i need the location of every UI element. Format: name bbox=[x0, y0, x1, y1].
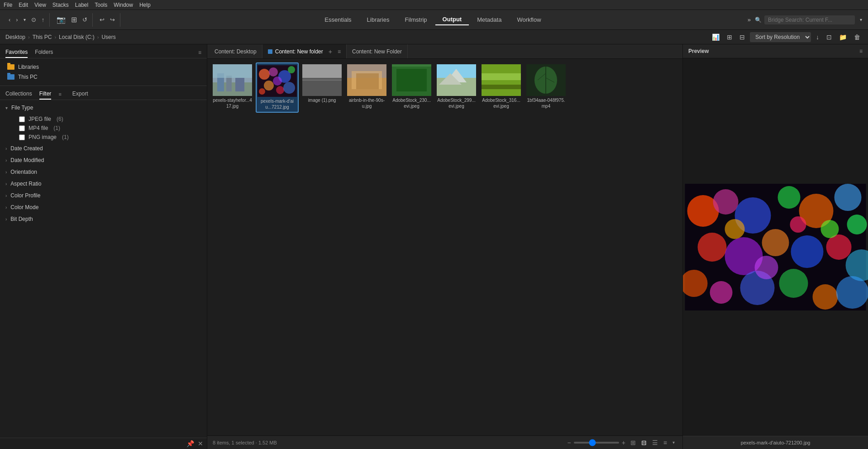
tab-filmstrip[interactable]: Filmstrip bbox=[397, 14, 434, 25]
new-folder-button[interactable]: 📁 bbox=[837, 33, 849, 42]
nav-back-button[interactable]: ‹ bbox=[6, 15, 13, 24]
tab-workflow[interactable]: Workflow bbox=[510, 14, 548, 25]
delete-button[interactable]: 🗑 bbox=[852, 33, 863, 42]
view-grid-button[interactable]: ⊞ bbox=[628, 438, 638, 447]
zoom-slider[interactable] bbox=[574, 442, 619, 444]
content-tab-desktop[interactable]: Content: Desktop bbox=[209, 44, 262, 59]
close-panel-button[interactable]: ✕ bbox=[198, 440, 203, 447]
tab-favorites[interactable]: Favorites bbox=[5, 47, 28, 58]
filter-png-checkbox[interactable] bbox=[19, 134, 25, 140]
view-toggle-button[interactable]: ⊞ bbox=[725, 33, 734, 42]
menu-help[interactable]: Help bbox=[139, 2, 151, 8]
thumb-item-1[interactable]: pexels-stayhefor...417.jpg bbox=[211, 62, 254, 113]
thumb-item-3[interactable]: image (1).png bbox=[300, 62, 343, 113]
thumb-label-8: 1bf34aae-048f975.mp4 bbox=[526, 97, 566, 109]
search-icon: 🔍 bbox=[755, 17, 762, 23]
svg-point-51 bbox=[826, 234, 852, 260]
get-photos-button[interactable]: 📷 bbox=[54, 14, 68, 25]
filter-jpeg-checkbox[interactable] bbox=[19, 116, 25, 122]
preview-menu-icon[interactable]: ≡ bbox=[859, 48, 863, 54]
breadcrumb-localdisk[interactable]: Local Disk (C:) bbox=[59, 34, 95, 40]
tab-collections[interactable]: Collections bbox=[5, 89, 32, 100]
menu-stacks[interactable]: Stacks bbox=[52, 2, 69, 8]
thumb-img-2 bbox=[258, 65, 297, 97]
filter-colormode-header[interactable]: › Color Mode bbox=[0, 201, 207, 213]
search-input[interactable] bbox=[764, 15, 855, 24]
fav-item-thispc[interactable]: This PC bbox=[4, 72, 203, 82]
tab-essentials[interactable]: Essentials bbox=[317, 14, 358, 25]
filter-png[interactable]: PNG image (1) bbox=[14, 133, 207, 142]
menu-file[interactable]: File bbox=[4, 2, 12, 8]
quality-view-button[interactable]: 📊 bbox=[710, 33, 722, 42]
svg-rect-4 bbox=[235, 78, 244, 91]
filter-mp4-label: MP4 file bbox=[29, 125, 48, 131]
view-thumbnails-button[interactable]: ⊟ bbox=[639, 438, 649, 447]
svg-point-41 bbox=[713, 189, 739, 215]
filter-filetype-children: JPEG file (6) MP4 file (1) PNG image (1) bbox=[0, 114, 207, 143]
filter-bitdepth-header[interactable]: › Bit Depth bbox=[0, 213, 207, 225]
favorites-menu-icon[interactable]: ≡ bbox=[198, 49, 201, 56]
tab-menu-button[interactable]: ≡ bbox=[338, 48, 341, 55]
search-dropdown-button[interactable]: ▾ bbox=[858, 16, 864, 24]
menu-view[interactable]: View bbox=[34, 2, 46, 8]
breadcrumb-thispc[interactable]: This PC bbox=[33, 34, 52, 40]
filter-button[interactable]: ⊟ bbox=[737, 33, 747, 42]
nav-forward-button[interactable]: › bbox=[14, 15, 20, 24]
menu-edit[interactable]: Edit bbox=[19, 2, 28, 8]
view-details-button[interactable]: ≡ bbox=[661, 438, 669, 447]
menu-label[interactable]: Label bbox=[75, 2, 88, 8]
thumb-item-6[interactable]: AdobeStock_299...evi.jpeg bbox=[435, 62, 478, 113]
workspace-button[interactable]: ⊡ bbox=[824, 33, 834, 42]
tab-filter[interactable]: Filter bbox=[39, 89, 52, 100]
zoom-out-button[interactable]: − bbox=[567, 439, 571, 446]
filter-datecreated-header[interactable]: › Date Created bbox=[0, 143, 207, 154]
thumb-item-2[interactable]: pexels-mark-d'aiu...7212.jpg bbox=[256, 62, 299, 113]
view-list-button[interactable]: ☰ bbox=[650, 438, 660, 447]
filter-mp4[interactable]: MP4 file (1) bbox=[14, 124, 207, 133]
menu-window[interactable]: Window bbox=[114, 2, 133, 8]
rotate-button[interactable]: ↺ bbox=[80, 15, 90, 24]
nav-history-button[interactable]: ⊙ bbox=[29, 15, 38, 24]
undo-button[interactable]: ↩ bbox=[97, 15, 107, 24]
thumb-item-7[interactable]: AdobeStock_316...evi.jpeg bbox=[480, 62, 523, 113]
tab-output[interactable]: Output bbox=[435, 14, 469, 25]
sort-direction-button[interactable]: ↓ bbox=[814, 33, 821, 42]
filter-menu-icon[interactable]: ≡ bbox=[58, 91, 61, 97]
nav-dropdown-button[interactable]: ▾ bbox=[21, 16, 28, 24]
breadcrumb-desktop[interactable]: Desktop bbox=[5, 34, 25, 40]
filter-colorprofile-header[interactable]: › Color Profile bbox=[0, 190, 207, 201]
filter-filetype-header[interactable]: ▾ File Type bbox=[0, 102, 207, 114]
fav-item-libraries[interactable]: Libraries bbox=[4, 62, 203, 72]
refine-button[interactable]: ⊞ bbox=[69, 14, 79, 25]
content-tab-newfolder2[interactable]: Content: New Folder bbox=[347, 44, 408, 59]
filter-jpeg-count: (6) bbox=[57, 116, 63, 122]
zoom-in-button[interactable]: + bbox=[622, 439, 625, 446]
filter-orientation-header[interactable]: › Orientation bbox=[0, 166, 207, 178]
thumb-img-1 bbox=[213, 64, 252, 96]
tab-metadata[interactable]: Metadata bbox=[470, 14, 509, 25]
filter-jpeg[interactable]: JPEG file (6) bbox=[14, 115, 207, 124]
svg-rect-33 bbox=[482, 85, 521, 89]
bitdepth-chevron-icon: › bbox=[5, 217, 7, 222]
filter-aspectratio-header[interactable]: › Aspect Ratio bbox=[0, 178, 207, 190]
pin-button[interactable]: 📌 bbox=[186, 440, 194, 447]
filter-jpeg-label: JPEG file bbox=[29, 116, 51, 122]
thumb-item-4[interactable]: airbnb-in-the-90s-u.jpg bbox=[345, 62, 388, 113]
filter-mp4-checkbox[interactable] bbox=[19, 125, 25, 131]
tab-folders[interactable]: Folders bbox=[35, 47, 53, 58]
nav-parent-button[interactable]: ↑ bbox=[39, 15, 47, 24]
preview-title: Preview bbox=[688, 48, 709, 54]
tab-libraries[interactable]: Libraries bbox=[360, 14, 397, 25]
menu-tools[interactable]: Tools bbox=[95, 2, 107, 8]
sort-select[interactable]: Sort by Resolution Sort by Name Sort by … bbox=[750, 32, 811, 42]
content-tab-newfolder[interactable]: Content: New folder + ≡ bbox=[262, 44, 347, 59]
view-dropdown-button[interactable]: ▾ bbox=[670, 439, 677, 446]
redo-button[interactable]: ↪ bbox=[108, 15, 117, 24]
breadcrumb-users[interactable]: Users bbox=[101, 34, 115, 40]
more-tabs-button[interactable]: » bbox=[745, 15, 753, 24]
thumb-item-5[interactable]: AdobeStock_230...evi.jpeg bbox=[390, 62, 433, 113]
filter-datemodified-header[interactable]: › Date Modified bbox=[0, 154, 207, 166]
thumb-item-8[interactable]: 1bf34aae-048f975.mp4 bbox=[525, 62, 568, 113]
tab-export[interactable]: Export bbox=[72, 89, 88, 100]
tab-add-button[interactable]: + bbox=[326, 48, 335, 55]
